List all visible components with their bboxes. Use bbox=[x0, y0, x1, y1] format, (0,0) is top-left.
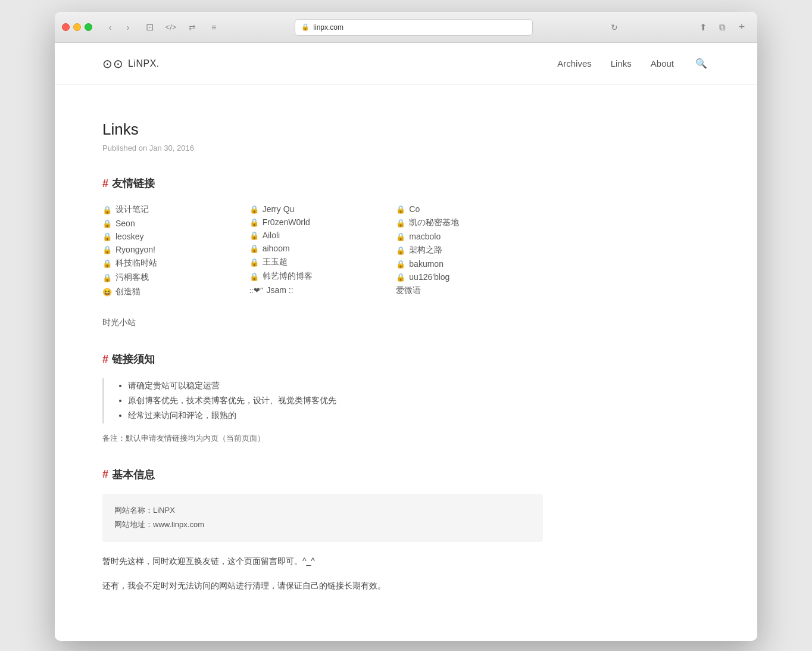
section-requirements-heading: # 链接须知 bbox=[102, 352, 543, 366]
hash-icon: # bbox=[102, 468, 108, 481]
link-text: 创造猫 bbox=[115, 286, 140, 297]
lock-icon: 🔒 bbox=[396, 246, 405, 255]
link-text: macbolo bbox=[409, 232, 441, 241]
translate-button[interactable]: ⇄ bbox=[184, 19, 201, 36]
list-item[interactable]: 🔒 Ryongyon! bbox=[102, 243, 249, 256]
search-button[interactable]: 🔍 bbox=[693, 55, 710, 71]
traffic-lights bbox=[62, 23, 92, 31]
reader-list-button[interactable]: ≡ bbox=[205, 19, 222, 36]
link-text: Jsam :: bbox=[267, 285, 293, 295]
list-item: 请确定贵站可以稳定运营 bbox=[128, 378, 543, 393]
list-item[interactable]: 时光小站 bbox=[102, 317, 136, 328]
list-item[interactable]: 🔒 凯の秘密基地 bbox=[396, 216, 543, 230]
lock-icon: 🔒 bbox=[396, 205, 405, 214]
lock-icon: 🔒 bbox=[249, 205, 259, 214]
add-tab-button[interactable]: + bbox=[733, 19, 750, 36]
link-text: bakumon bbox=[409, 259, 444, 269]
lock-icon: 🔒 bbox=[249, 231, 259, 240]
close-button[interactable] bbox=[62, 23, 70, 31]
reader-mode-button[interactable]: ⊡ bbox=[141, 19, 158, 36]
list-item[interactable]: 🔒 Jerry Qu bbox=[249, 203, 396, 216]
back-button[interactable]: ‹ bbox=[102, 19, 118, 36]
list-item[interactable]: 🔒 科技临时站 bbox=[102, 256, 249, 270]
site-url-value: www.linpx.com bbox=[153, 520, 204, 529]
closing-paragraph-1: 暂时先这样，同时欢迎互换友链，这个页面留言即可。^_^ bbox=[102, 554, 543, 569]
nav-links[interactable]: Links bbox=[611, 58, 632, 68]
page-title: Links bbox=[102, 120, 543, 139]
link-text: 设计笔记 bbox=[115, 204, 149, 215]
link-text: aihoom bbox=[263, 244, 290, 253]
requirements-note: 备注：默认申请友情链接均为内页（当前页面） bbox=[102, 433, 543, 444]
lock-icon: 🔒 bbox=[396, 260, 405, 269]
list-item[interactable]: ::❤" Jsam :: bbox=[249, 284, 396, 297]
link-text: 凯の秘密基地 bbox=[409, 217, 459, 228]
list-item[interactable]: 🔒 macbolo bbox=[396, 230, 543, 243]
browser-right-buttons: ⬆ ⧉ + bbox=[695, 19, 750, 36]
new-tab-button[interactable]: ⧉ bbox=[714, 19, 731, 36]
section-basic-info-heading: # 基本信息 bbox=[102, 468, 543, 482]
url-bar[interactable]: 🔒 linpx.com bbox=[295, 19, 533, 36]
lock-icon: 🔒 bbox=[396, 219, 405, 228]
lock-icon: 🔒 bbox=[102, 219, 112, 228]
emoji-icon: 😆 bbox=[102, 288, 112, 297]
site-header: ⊙⊙ LiNPX. Archives Links About 🔍 bbox=[55, 43, 757, 85]
lock-icon: 🔒 bbox=[301, 23, 310, 31]
reload-button[interactable]: ↻ bbox=[606, 19, 623, 36]
dev-tools-button[interactable]: </> bbox=[163, 19, 179, 36]
lock-icon: 🔒 bbox=[249, 272, 259, 281]
link-text: Ryongyon! bbox=[115, 245, 155, 254]
browser-window: ‹ › ⊡ </> ⇄ ≡ 🔒 linpx.com ↻ ⬆ ⧉ + ⊙⊙ LiN… bbox=[55, 12, 757, 641]
forward-button[interactable]: › bbox=[120, 19, 136, 36]
list-item[interactable]: 🔒 设计笔记 bbox=[102, 203, 249, 217]
nav-about[interactable]: About bbox=[651, 58, 674, 68]
link-text: 王玉超 bbox=[263, 257, 288, 267]
hash-icon: # bbox=[102, 177, 108, 190]
link-text: 污桐客栈 bbox=[115, 272, 149, 283]
logo-text: LiNPX. bbox=[128, 58, 160, 69]
minimize-button[interactable] bbox=[73, 23, 81, 31]
link-text: 韩艺博的博客 bbox=[263, 271, 313, 282]
hash-icon: # bbox=[102, 353, 108, 366]
link-text: 爱微语 bbox=[396, 285, 421, 296]
site-name-value: LiNPX bbox=[153, 506, 175, 515]
list-item[interactable]: 🔒 韩艺博的博客 bbox=[249, 269, 396, 284]
maximize-button[interactable] bbox=[85, 23, 92, 31]
nav-archives[interactable]: Archives bbox=[557, 58, 592, 68]
browser-titlebar: ‹ › ⊡ </> ⇄ ≡ 🔒 linpx.com ↻ ⬆ ⧉ + bbox=[55, 12, 757, 43]
list-item[interactable]: 🔒 Ailoli bbox=[249, 229, 396, 242]
site-nav: Archives Links About 🔍 bbox=[557, 55, 710, 71]
list-item[interactable]: 🔒 leoskey bbox=[102, 230, 249, 243]
list-item[interactable]: 🔒 Fr0zenW0rld bbox=[249, 216, 396, 229]
section-basic-info-title: 基本信息 bbox=[112, 468, 155, 482]
section-requirements-title: 链接须知 bbox=[112, 352, 155, 366]
list-item[interactable]: 🔒 Seon bbox=[102, 217, 249, 230]
list-item[interactable]: 🔒 污桐客栈 bbox=[102, 270, 249, 285]
share-button[interactable]: ⬆ bbox=[695, 19, 712, 36]
lock-icon: 🔒 bbox=[396, 273, 405, 282]
link-text: 时光小站 bbox=[102, 317, 136, 328]
link-text: leoskey bbox=[115, 232, 143, 241]
lock-icon: 🔒 bbox=[249, 218, 259, 227]
requirements-section: # 链接须知 请确定贵站可以稳定运营 原创博客优先，技术类博客优先，设计、视觉类… bbox=[102, 352, 543, 444]
links-col1: 🔒 设计笔记 🔒 Seon 🔒 leoskey 🔒 Ryongyon! bbox=[102, 203, 249, 299]
lock-icon: 🔒 bbox=[249, 244, 259, 253]
lock-icon: 🔒 bbox=[102, 259, 112, 268]
info-box: 网站名称：LiNPX 网站地址：www.linpx.com bbox=[102, 494, 543, 542]
extra-links: 时光小站 bbox=[102, 317, 543, 328]
lock-icon: 🔒 bbox=[102, 205, 112, 214]
link-text: Seon bbox=[115, 219, 135, 228]
list-item[interactable]: 🔒 bakumon bbox=[396, 257, 543, 270]
site-url-label: 网站地址： bbox=[114, 520, 153, 529]
list-item[interactable]: 😆 创造猫 bbox=[102, 285, 249, 299]
heart-icon: ::❤" bbox=[249, 286, 263, 295]
list-item[interactable]: 🔒 架构之路 bbox=[396, 243, 543, 257]
lock-icon: 🔒 bbox=[396, 232, 405, 241]
lock-icon: 🔒 bbox=[102, 245, 112, 254]
list-item[interactable]: 🔒 aihoom bbox=[249, 242, 396, 255]
list-item[interactable]: 🔒 Co bbox=[396, 203, 543, 216]
list-item[interactable]: 🔒 王玉超 bbox=[249, 255, 396, 269]
site-logo[interactable]: ⊙⊙ LiNPX. bbox=[102, 57, 160, 71]
list-item[interactable]: 🔒 uu126'blog bbox=[396, 270, 543, 284]
closing-text: 暂时先这样，同时欢迎互换友链，这个页面留言即可。^_^ 还有，我会不定时对无法访… bbox=[102, 554, 543, 593]
list-item[interactable]: 爱微语 bbox=[396, 284, 543, 298]
